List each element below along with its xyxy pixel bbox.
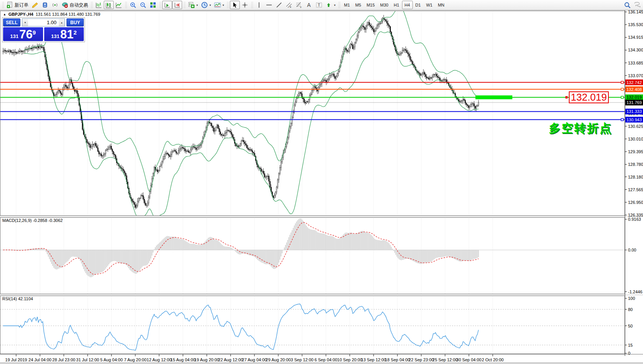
new-order-button[interactable]: 新订单: [5, 1, 30, 9]
line-handle[interactable]: [621, 119, 623, 121]
svg-text:22 Aug 12:00: 22 Aug 12:00: [218, 357, 243, 362]
candlestick-button[interactable]: [104, 1, 114, 9]
chat-button[interactable]: [632, 1, 642, 9]
volume-value[interactable]: 1.00: [28, 19, 59, 26]
rsi-indicator-label: RSI(14) 42.1104: [2, 296, 33, 301]
svg-text:15 Aug 04:00: 15 Aug 04:00: [171, 357, 196, 362]
fibonacci-icon: F: [296, 2, 302, 8]
line-handle[interactable]: [621, 96, 623, 98]
sell-button[interactable]: SELL: [3, 18, 20, 26]
text-label-button[interactable]: T: [314, 1, 324, 9]
buy-button[interactable]: BUY: [66, 18, 84, 26]
periods-dropdown-caret[interactable]: ▾: [209, 3, 211, 7]
tf-button-h1[interactable]: H1: [391, 1, 402, 9]
tf-button-m1[interactable]: M1: [341, 1, 352, 9]
arrows-dropdown-caret[interactable]: ▾: [334, 3, 336, 7]
svg-text:3 Sep 12:00: 3 Sep 12:00: [291, 357, 313, 362]
candlestick-icon: [105, 2, 112, 8]
svg-text:E: E: [290, 6, 291, 8]
tile-windows-button[interactable]: [148, 1, 158, 9]
svg-text:10 Sep 20:00: 10 Sep 20:00: [337, 357, 362, 362]
indicators-button[interactable]: ▾: [186, 1, 199, 9]
vertical-line-button[interactable]: [254, 1, 264, 9]
channel-button[interactable]: E: [284, 1, 294, 9]
templates-dropdown-caret[interactable]: ▾: [223, 3, 224, 7]
tf-button-m15[interactable]: M15: [364, 1, 377, 9]
vertical-line-icon: [256, 2, 263, 8]
svg-text:29 Aug 20:00: 29 Aug 20:00: [266, 357, 291, 362]
metaeditor-icon: [32, 2, 38, 8]
profiles-button[interactable]: [40, 1, 50, 9]
svg-text:130.625: 130.625: [628, 124, 643, 129]
volume-decrease-button[interactable]: ▾: [22, 19, 28, 26]
horizontal-line-button[interactable]: [264, 1, 274, 9]
cursor-icon: [231, 2, 238, 8]
svg-text:0.00: 0.00: [628, 248, 636, 252]
zoom-out-button[interactable]: [138, 1, 148, 9]
auto-scroll-button[interactable]: [162, 1, 172, 9]
line-handle[interactable]: [565, 96, 568, 98]
buy-price-figure: 131: [51, 33, 60, 39]
turning-point-annotation[interactable]: 多空转折点: [549, 121, 612, 136]
templates-button[interactable]: ▾: [213, 1, 226, 9]
zoom-in-button[interactable]: [128, 1, 138, 9]
svg-text:A: A: [307, 2, 311, 8]
cursor-button[interactable]: [230, 1, 240, 9]
sell-price-pip: 9: [33, 29, 36, 36]
line-handle[interactable]: [621, 88, 623, 91]
symbol-name: GBPJPY-,H4: [8, 12, 33, 17]
crosshair-button[interactable]: [240, 1, 250, 9]
buy-price-panel[interactable]: 131 81 2: [44, 27, 84, 41]
chart-shift-button[interactable]: [172, 1, 182, 9]
svg-text:18 Sep 04:00: 18 Sep 04:00: [385, 357, 410, 362]
macd-indicator-label: MACD(12,26,9) -0.2858 -0.3062: [2, 218, 63, 223]
chat-icon: [634, 2, 641, 8]
line-chart-button[interactable]: [114, 1, 124, 9]
fibonacci-button[interactable]: F: [294, 1, 304, 9]
svg-text:7 Aug 20:00: 7 Aug 20:00: [124, 357, 147, 362]
chart-shift-icon: [174, 2, 181, 8]
toolbar-grip: [125, 2, 127, 8]
trendline-button[interactable]: [274, 1, 284, 9]
metaeditor-button[interactable]: [30, 1, 40, 9]
indicators-dropdown-caret[interactable]: ▾: [196, 3, 198, 7]
tf-button-h4[interactable]: H4: [402, 1, 413, 9]
text-icon: A: [306, 2, 312, 8]
svg-text:19 Jul 2019: 19 Jul 2019: [5, 357, 27, 362]
svg-text:31 Jul 12:00: 31 Jul 12:00: [76, 357, 99, 362]
bar-chart-button[interactable]: [94, 1, 104, 9]
trendline-icon: [276, 2, 282, 8]
tf-button-m30[interactable]: M30: [377, 1, 391, 9]
tf-button-mn[interactable]: MN: [435, 1, 447, 9]
arrows-icon: [326, 2, 332, 8]
autotrading-button[interactable]: 自动交易: [60, 1, 90, 9]
arrows-button[interactable]: ▾: [324, 1, 337, 9]
price-callout-box[interactable]: 132.019: [569, 91, 609, 103]
sell-price-panel[interactable]: 131 76 9: [3, 27, 43, 41]
svg-text:22 Sep 23:00: 22 Sep 23:00: [409, 357, 434, 362]
signals-button[interactable]: [50, 1, 60, 9]
svg-text:133.070: 133.070: [628, 73, 643, 78]
svg-text:80: 80: [628, 307, 633, 312]
collapse-arrow-icon[interactable]: ▲: [3, 13, 6, 16]
price-label-text: 132.742: [626, 80, 642, 85]
tf-button-d1[interactable]: D1: [413, 1, 424, 9]
volume-increase-button[interactable]: ▴: [59, 19, 65, 26]
zoom-out-icon: [140, 2, 146, 8]
periods-button[interactable]: ▾: [199, 1, 213, 9]
bar-chart-icon: [95, 2, 102, 8]
search-button[interactable]: [622, 1, 632, 9]
svg-text:28 Jul 23:00: 28 Jul 23:00: [52, 357, 75, 362]
text-button[interactable]: A: [304, 1, 314, 9]
profiles-icon: [42, 2, 48, 8]
line-handle[interactable]: [621, 81, 623, 84]
svg-text:F: F: [300, 6, 302, 8]
highlight-trendline[interactable]: [475, 95, 512, 99]
svg-text:130.010: 130.010: [628, 137, 643, 141]
tf-button-w1[interactable]: W1: [424, 1, 435, 9]
chart-area[interactable]: 136.145135.530134.915134.300133.685133.0…: [0, 0, 643, 364]
svg-text:126.950: 126.950: [628, 200, 643, 205]
svg-text:128.180: 128.180: [628, 175, 643, 179]
tf-button-m5[interactable]: M5: [352, 1, 364, 9]
toolbar-grip: [251, 2, 253, 8]
